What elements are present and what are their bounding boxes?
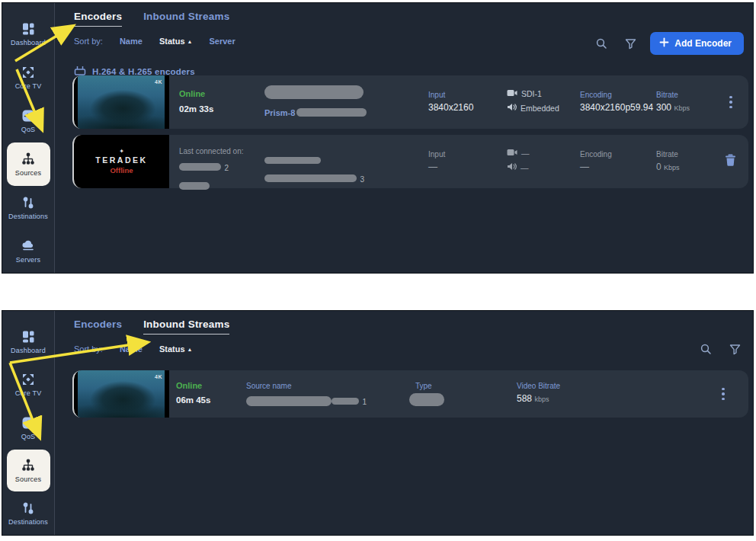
encoder-name: Prism-8 <box>264 108 295 117</box>
encoder-thumbnail[interactable]: 4K <box>72 75 169 129</box>
tab-inbound-streams[interactable]: Inbound Streams <box>143 11 229 27</box>
input-column: Input — <box>428 150 445 172</box>
redaction-blob <box>264 85 364 99</box>
sidebar-item-dashboard[interactable]: Dashboard <box>5 12 51 56</box>
search-icon[interactable] <box>697 340 715 358</box>
teradek-bird-icon: ✦ <box>119 149 124 154</box>
sidebar-item-sources[interactable]: Sources <box>7 142 50 185</box>
input-label: Input <box>428 150 445 158</box>
search-icon[interactable] <box>592 34 610 53</box>
sidebar-item-core-tv[interactable]: Core TV <box>5 363 51 407</box>
inbound-streams-screenshot: Dashboard Core TV QoS Sources Destinatio… <box>2 311 753 535</box>
video-camera-icon <box>507 149 517 158</box>
filter-icon[interactable] <box>621 34 639 53</box>
sidebar-item-qos[interactable]: QoS <box>5 99 51 142</box>
sidebar-item-label: Destinations <box>8 518 48 526</box>
sidebar-item-destinations[interactable]: Destinations <box>5 491 51 535</box>
stream-thumbnail[interactable]: 4K <box>72 370 169 418</box>
encoding-label: Encoding <box>580 150 612 158</box>
audio-input-value: — <box>521 163 529 172</box>
status-badge: Offline <box>110 166 133 174</box>
name-column: Prism-8 <box>264 85 417 119</box>
sort-option-status[interactable]: Status ▲ <box>159 344 193 354</box>
bitrate-column: Bitrate 300 Kbps <box>656 91 690 113</box>
redaction-blob <box>179 163 221 171</box>
input-column: Input 3840x2160 <box>428 91 473 113</box>
status-badge: Online <box>179 89 213 98</box>
view-tabs: Encoders Inbound Streams <box>74 319 229 335</box>
sources-icon <box>21 152 36 167</box>
dashboard-icon <box>21 329 36 344</box>
input-value: — <box>428 162 445 172</box>
bitrate-label: Bitrate <box>656 150 680 158</box>
toolbar: Add Encoder <box>592 32 744 55</box>
status-badge: Online <box>176 381 210 390</box>
sort-option-server[interactable]: Server <box>210 37 235 46</box>
input-value: 3840x2160 <box>428 102 473 113</box>
sidebar-item-dashboard[interactable]: Dashboard <box>5 320 51 363</box>
row-menu-button[interactable] <box>724 93 738 111</box>
encoder-row-online[interactable]: 4K Online 02m 33s Prism-8 Input 3840x216… <box>72 75 748 129</box>
type-label: Type <box>415 382 444 390</box>
underwater-preview <box>78 75 165 129</box>
bitrate-column: Bitrate 0 Kbps <box>656 150 680 172</box>
sidebar-item-label: Destinations <box>8 213 48 220</box>
sidebar-item-label: QoS <box>21 433 36 440</box>
video-input-value: — <box>521 149 530 158</box>
sort-option-name[interactable]: Name <box>120 37 143 46</box>
redaction-blob <box>332 398 359 405</box>
sort-by-label: Sort by: <box>74 344 103 354</box>
bitrate-unit: Kbps <box>664 164 680 171</box>
sidebar-item-label: Sources <box>15 475 41 483</box>
encoder-thumbnail[interactable]: ✦ TERADEK Offline <box>72 135 169 188</box>
row-menu-button[interactable] <box>716 385 730 403</box>
resolution-badge: 4K <box>155 79 162 85</box>
add-encoder-button[interactable]: Add Encoder <box>650 32 744 55</box>
sidebar-item-destinations[interactable]: Destinations <box>5 186 51 229</box>
core-tv-icon <box>21 65 36 80</box>
uptime-value: 06m 45s <box>176 395 210 405</box>
name-column: 3 <box>264 153 447 185</box>
tab-encoders[interactable]: Encoders <box>74 319 122 335</box>
delete-trash-icon[interactable] <box>725 154 736 170</box>
sidebar-item-qos[interactable]: QoS <box>5 406 51 450</box>
name-suffix: 3 <box>360 175 364 184</box>
encoding-column: Encoding 3840x2160p59.94 <box>580 91 653 113</box>
destinations-icon <box>21 195 36 210</box>
sidebar-item-label: Sources <box>15 169 41 177</box>
sidebar-item-label: Dashboard <box>11 39 46 46</box>
status-column: Online 06m 45s <box>176 381 210 405</box>
sort-option-status[interactable]: Status ▲ <box>159 37 193 46</box>
video-camera-icon <box>507 89 517 98</box>
sidebar: Dashboard Core TV QoS Sources Destinatio… <box>2 3 55 273</box>
encoding-value: 3840x2160p59.94 <box>580 102 653 113</box>
source-suffix: 1 <box>362 398 367 406</box>
encoding-column: Encoding — <box>580 150 612 172</box>
redaction-blob <box>264 174 357 182</box>
sort-ascending-icon: ▲ <box>187 39 193 44</box>
sidebar-item-label: QoS <box>21 126 36 133</box>
filter-icon[interactable] <box>726 340 744 358</box>
redaction-blob <box>409 393 444 406</box>
sidebar-item-core-tv[interactable]: Core TV <box>5 56 51 99</box>
dashboard-icon <box>21 21 36 37</box>
sort-bar: Sort by: Name Status ▲ Server <box>74 37 235 46</box>
stream-row-online[interactable]: 4K Online 06m 45s Source name 1 Type Vid… <box>72 370 748 418</box>
bitrate-value: 0 <box>656 162 662 172</box>
av-column: — — <box>507 149 530 177</box>
sidebar-item-sources[interactable]: Sources <box>7 450 50 492</box>
bitrate-unit: kbps <box>534 395 549 403</box>
tab-encoders[interactable]: Encoders <box>74 11 122 27</box>
audio-speaker-icon <box>507 162 517 172</box>
underwater-preview <box>78 370 165 418</box>
sidebar-item-servers[interactable]: Servers <box>5 229 51 273</box>
video-input-value: SDI-1 <box>521 89 542 98</box>
tab-inbound-streams[interactable]: Inbound Streams <box>143 319 229 335</box>
bitrate-value: 300 <box>656 102 671 113</box>
stream-list: 4K Online 06m 45s Source name 1 Type Vid… <box>72 370 748 424</box>
encoding-label: Encoding <box>580 91 653 99</box>
sidebar-item-label: Core TV <box>15 82 42 90</box>
encoder-row-offline[interactable]: ✦ TERADEK Offline Last connected on: 2 3… <box>72 135 748 188</box>
sort-option-name[interactable]: Name <box>120 344 143 354</box>
av-column: SDI-1 Embedded <box>507 89 559 117</box>
